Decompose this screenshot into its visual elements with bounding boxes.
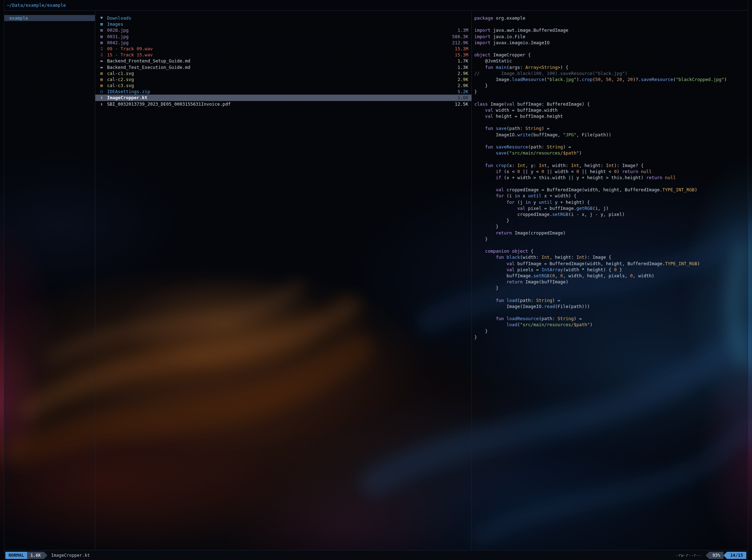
code-line: fun crop(x: Int, y: Int, width: Int, hei…	[474, 162, 746, 168]
file-name: SBI_0032013739_2023_DE05_0003155631Invoi…	[107, 101, 452, 107]
parent-item-label: example	[9, 15, 28, 21]
code-line	[474, 95, 746, 101]
titlebar: ~/Data/example/example	[4, 0, 748, 11]
file-row[interactable]: ▨0042.jpg212.9K	[95, 40, 471, 46]
code-line: val width = buffImage.width	[474, 107, 746, 113]
code-line: @JvmStatic	[474, 58, 746, 64]
code-line: fun load(path: String) =	[474, 297, 746, 303]
kotlin-file-icon: ▯	[99, 95, 104, 101]
code-line: val buffImage = BufferedImage(width, hei…	[474, 261, 746, 267]
file-name: IDEAsettings.zip	[107, 89, 455, 95]
folder-images-icon: ▦	[99, 21, 104, 27]
code-line: Image(ImageIO.read(File(path)))	[474, 303, 746, 309]
file-size-badge: 1.6K	[27, 552, 44, 559]
code-line: package org.example	[474, 15, 746, 21]
file-list-pane: ♥Downloads▦Images▨0028.jpg1.3M▨0031.jpg5…	[95, 11, 472, 550]
file-row[interactable]: ▬Backend_Test_Execution_Guide.md1.3K	[95, 64, 471, 70]
file-name: cal-c2.svg	[107, 76, 455, 82]
code-line: }	[474, 82, 746, 89]
file-name: Backend_Frontend_Setup_Guide.md	[107, 58, 455, 64]
status-bar: NORMAL 1.6K ImageCropper.kt -rw-r--r-- 9…	[4, 550, 748, 560]
file-name: ImageCropper.kt	[107, 95, 455, 101]
status-bar-left: NORMAL 1.6K ImageCropper.kt	[5, 552, 90, 559]
code-line: fun loadResource(path: String) =	[474, 316, 746, 322]
svg-file-icon: ▧	[99, 76, 104, 82]
code-line: }	[474, 223, 746, 229]
code-line: fun black(width: Int, height: Int): Imag…	[474, 254, 746, 260]
code-line: import java.awt.image.BufferedImage	[474, 27, 746, 33]
code-line: }	[474, 236, 746, 242]
file-row[interactable]: ▦Images	[95, 21, 471, 27]
code-line: companion object {	[474, 248, 746, 254]
file-name: 09 - Track 09.wav	[107, 46, 452, 52]
audio-file-icon: ♫	[99, 46, 104, 52]
file-permissions: -rw-r--r--	[676, 553, 701, 558]
code-line	[474, 119, 746, 125]
code-line	[474, 46, 746, 52]
file-size: 1.3M	[458, 27, 468, 33]
file-size: 15.3M	[455, 46, 468, 52]
powerline-separator-icon	[44, 552, 47, 559]
zip-file-icon: ▢	[99, 89, 104, 95]
file-row[interactable]: ▧cal-c2.svg2.9K	[95, 76, 471, 82]
code-line: fun saveResource(path: String) =	[474, 144, 746, 150]
file-manager-panes: example ♥Downloads▦Images▨0028.jpg1.3M▨0…	[4, 11, 748, 550]
file-name: 0028.jpg	[107, 27, 455, 33]
file-row[interactable]: ▧cal-c3.svg2.9K	[95, 82, 471, 89]
code-line: val height = buffImage.height	[474, 113, 746, 119]
file-row[interactable]: ♥Downloads	[95, 15, 471, 21]
file-row[interactable]: ♫09 - Track 09.wav15.3M	[95, 46, 471, 52]
file-name: cal-c3.svg	[107, 82, 455, 89]
code-line	[474, 21, 746, 27]
file-row[interactable]: ▬Backend_Frontend_Setup_Guide.md1.7K	[95, 58, 471, 64]
parent-directory-pane: example	[4, 11, 95, 550]
code-line: fun save(path: String) =	[474, 125, 746, 131]
file-row[interactable]: ♫15 - Track 15.wav15.3M	[95, 52, 471, 58]
parent-item-example[interactable]: example	[4, 15, 95, 21]
code-line: }	[474, 89, 746, 95]
code-line: ImageIO.write(buffImage, "JPG", File(pat…	[474, 132, 746, 138]
file-row[interactable]: ▨0028.jpg1.3M	[95, 27, 471, 33]
file-preview-pane: package org.example import java.awt.imag…	[472, 11, 748, 550]
file-row[interactable]: ▨0031.jpg586.3K	[95, 34, 471, 40]
code-line: return Image(croppedImage)	[474, 230, 746, 236]
file-name: Backend_Test_Execution_Guide.md	[107, 64, 455, 70]
code-line: if (x < 0 || y < 0 || width < 0 || heigh…	[474, 168, 746, 175]
code-line: import javax.imageio.ImageIO	[474, 40, 746, 46]
file-row[interactable]: ▯ImageCropper.kt1.6K	[95, 95, 471, 101]
code-line	[474, 138, 746, 144]
file-size: 212.9K	[452, 40, 468, 46]
current-path: ~/Data/example/example	[7, 2, 66, 8]
file-row[interactable]: ▢IDEAsettings.zip5.2K	[95, 89, 471, 95]
file-size: 1.7K	[458, 58, 468, 64]
file-row[interactable]: ▧cal-c1.svg2.9K	[95, 70, 471, 76]
folder-downloads-icon: ♥	[99, 15, 104, 21]
code-line: // Image.black(100, 100).saveResource("b…	[474, 70, 746, 76]
file-size: 586.3K	[452, 34, 468, 40]
code-line	[474, 291, 746, 297]
file-name: 0031.jpg	[107, 34, 449, 40]
image-file-icon: ▨	[99, 40, 104, 46]
file-size: 5.2K	[458, 89, 468, 95]
image-file-icon: ▨	[99, 27, 104, 33]
file-name: Downloads	[107, 15, 465, 21]
code-line	[474, 156, 746, 162]
code-line: for (i in x until x + width) {	[474, 193, 746, 199]
code-line: fun main(args: Array<String>) {	[474, 64, 746, 70]
file-row[interactable]: ▮SBI_0032013739_2023_DE05_0003155631Invo…	[95, 101, 471, 107]
code-line: }	[474, 285, 746, 291]
list-position-badge: 14/15	[727, 552, 746, 559]
code-line	[474, 242, 746, 248]
code-line: buffImage.setRGB(0, 0, width, height, pi…	[474, 273, 746, 279]
code-line: }	[474, 328, 746, 334]
scroll-percent-badge: 93%	[709, 552, 723, 559]
file-size: 2.9K	[458, 82, 468, 89]
powerline-separator-icon	[723, 552, 727, 559]
code-line: }	[474, 334, 746, 340]
code-line: class Image(val buffImage: BufferedImage…	[474, 101, 746, 107]
image-file-icon: ▨	[99, 34, 104, 40]
code-line: val croppedImage = BufferedImage(width, …	[474, 187, 746, 193]
terminal-window: ~/Data/example/example example ♥Download…	[4, 0, 748, 560]
file-name: Images	[107, 21, 465, 27]
markdown-file-icon: ▬	[99, 58, 104, 64]
